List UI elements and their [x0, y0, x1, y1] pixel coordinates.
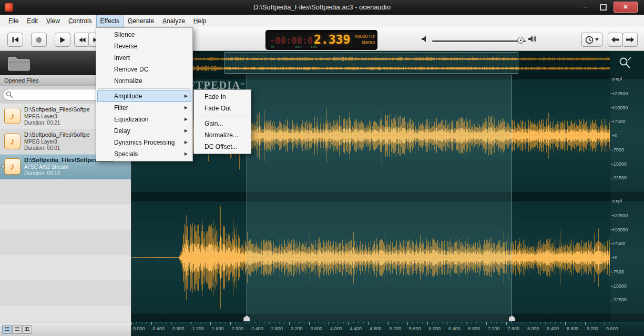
timeline-label: 3.200 — [291, 326, 303, 331]
close-button[interactable]: × — [614, 2, 638, 13]
amplitude-submenu-item-normalize[interactable]: Normalize... — [195, 129, 250, 141]
effects-menu-item-normalize[interactable]: Normalize — [97, 75, 191, 87]
effects-menu-item-label: Normalize — [114, 77, 142, 85]
rewind-button[interactable] — [74, 33, 90, 47]
timeline-tick — [486, 322, 487, 325]
view-details-button[interactable] — [2, 325, 12, 334]
file-list-empty-row — [0, 255, 131, 280]
menubar-item-file[interactable]: File — [4, 15, 23, 27]
timeline-label: 2.800 — [271, 326, 283, 331]
active-file-marker-icon — [1, 165, 5, 168]
effects-menu-item-silence[interactable]: Silence — [97, 29, 191, 40]
amplitude-scale-label: -22500 — [612, 175, 627, 180]
time-display[interactable]: -00:00:0 2.339 48000 Hz stereo hr min se… — [265, 30, 377, 50]
effects-menu-item-label: Equalization — [114, 116, 148, 123]
audio-file-icon: ♪ — [4, 133, 21, 149]
timeline-label: 9.200 — [587, 326, 599, 331]
time-units-label: hr min sec — [271, 45, 318, 49]
effects-menu-item-filter[interactable]: Filter▶ — [97, 102, 191, 114]
amplitude-submenu-item-gain[interactable]: Gain... — [195, 118, 250, 129]
play-button[interactable] — [55, 33, 70, 47]
amplitude-scale-label: smpl — [612, 76, 622, 82]
amplitude-scale-label: +22500 — [612, 213, 628, 218]
effects-menu-item-equalization[interactable]: Equalization▶ — [97, 114, 191, 125]
record-icon — [36, 37, 42, 43]
titlebar[interactable]: D:\Softpedia_Files\Softpedia.ac3 - ocena… — [0, 0, 644, 15]
menubar-item-generate[interactable]: Generate — [124, 15, 158, 27]
list-view-icon — [15, 327, 19, 331]
view-grid-button[interactable] — [22, 325, 32, 334]
timeline-label: 4.800 — [370, 326, 382, 331]
submenu-arrow-icon: ▶ — [185, 125, 188, 137]
timeline-label: 3.600 — [311, 326, 323, 331]
timeline-label: 0.000 — [133, 326, 145, 331]
amplitude-submenu-item-fade-out[interactable]: Fade Out — [195, 103, 250, 114]
timeline-tick — [289, 322, 290, 325]
timeline-tick — [605, 322, 605, 325]
submenu-arrow-icon: ▶ — [185, 102, 188, 114]
menubar-item-edit[interactable]: Edit — [23, 15, 42, 27]
file-list-empty-row — [0, 230, 131, 255]
volume-slider-track[interactable] — [432, 40, 526, 42]
waveform-overview[interactable] — [131, 51, 610, 75]
effects-menu-item-remove-dc[interactable]: Remove DC — [97, 64, 191, 75]
effects-menu-item-specials[interactable]: Specials▶ — [97, 148, 191, 160]
effects-menu-item-reverse[interactable]: Reverse — [97, 40, 191, 52]
timeline-tick — [407, 322, 408, 325]
timeline-tick — [546, 322, 546, 325]
submenu-arrow-icon: ▶ — [185, 90, 188, 102]
effects-menu-item-dynamics-processing[interactable]: Dynamics Processing▶ — [97, 137, 191, 148]
timeline-label: 4.000 — [330, 326, 342, 331]
effects-menu-item-label: Dynamics Processing — [114, 139, 175, 146]
amplitude-submenu-item-dc-offset[interactable]: DC Offset... — [195, 141, 250, 152]
timeline-label: 6.400 — [448, 326, 461, 331]
volume-high-icon — [528, 35, 537, 43]
undo-back-button[interactable] — [608, 33, 623, 47]
maximize-button[interactable] — [596, 2, 610, 13]
timeline-label: 2.000 — [232, 326, 244, 331]
amplitude-submenu-item-label: DC Offset... — [205, 143, 237, 150]
effects-menu-item-invert[interactable]: Invert — [97, 52, 191, 64]
menubar-item-analyze[interactable]: Analyze — [158, 15, 189, 27]
maximize-icon — [600, 4, 607, 11]
sample-rate-readout: 48000 Hz stereo — [354, 34, 375, 45]
menubar-item-help[interactable]: Help — [189, 15, 211, 27]
effects-menu-item-amplitude[interactable]: Amplitude▶ — [97, 90, 191, 102]
timeline-label: 6.800 — [468, 326, 481, 331]
overview-viewport-box[interactable] — [224, 52, 518, 74]
amplitude-submenu-item-label: Normalize... — [205, 131, 238, 139]
timeline-tick — [427, 322, 428, 325]
menubar-item-effects[interactable]: Effects — [96, 15, 124, 27]
effects-menu-item-delay[interactable]: Delay▶ — [97, 125, 191, 137]
minimize-button[interactable]: – — [578, 2, 592, 13]
menubar-item-view[interactable]: View — [42, 15, 64, 27]
timeline-label: 5.600 — [409, 326, 421, 331]
time-elapsed-bright: 2.339 — [314, 33, 350, 46]
timeline-label: 7.200 — [488, 326, 500, 331]
amplitude-scale-label: -15000 — [612, 161, 627, 167]
timeline-label: 4.400 — [350, 326, 362, 331]
menubar-item-controls[interactable]: Controls — [64, 15, 96, 27]
timeline-tick — [230, 322, 231, 325]
zoom-tool-icon[interactable] — [618, 56, 632, 70]
volume-slider-handle[interactable] — [517, 37, 524, 44]
amplitude-submenu: Fade InFade OutGain...Normalize...DC Off… — [193, 89, 251, 154]
view-list-button[interactable] — [12, 325, 22, 334]
audio-file-icon: ♪ — [4, 108, 21, 124]
amplitude-submenu-item-fade-in[interactable]: Fade In — [195, 91, 250, 103]
timeline-tick — [171, 322, 171, 325]
amplitude-scale-label: -7500 — [612, 269, 624, 274]
history-button[interactable] — [581, 33, 602, 47]
timeline-tick — [131, 322, 132, 325]
audio-file-icon: ♪ — [4, 158, 21, 175]
timeline-ruler[interactable]: 0.0000.4000.8001.2001.6002.0002.4002.800… — [131, 322, 644, 336]
submenu-arrow-icon: ▶ — [185, 114, 188, 125]
sidebar-view-toggle-bar — [0, 322, 131, 336]
timeline-label: 8.000 — [527, 326, 539, 331]
skip-start-button[interactable] — [7, 33, 23, 47]
redo-forward-button[interactable] — [622, 33, 638, 47]
selection-region[interactable] — [247, 75, 512, 322]
submenu-arrow-icon: ▶ — [185, 137, 188, 148]
timeline-tick — [270, 322, 270, 325]
record-button[interactable] — [31, 33, 47, 47]
